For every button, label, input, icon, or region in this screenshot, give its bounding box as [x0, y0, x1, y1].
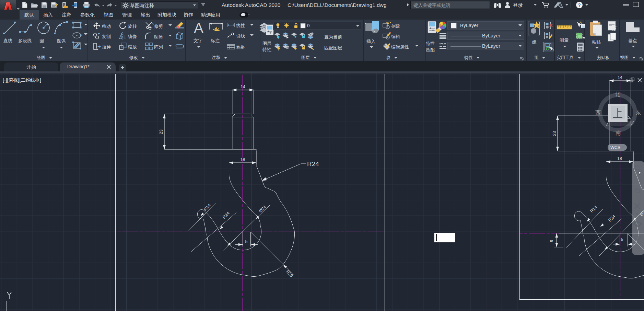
- svg-text:西: 西: [595, 110, 601, 116]
- svg-text:WCS: WCS: [610, 145, 620, 150]
- svg-text:北: 北: [615, 91, 620, 97]
- svg-text:R24: R24: [307, 160, 319, 168]
- svg-text:14: 14: [618, 75, 622, 80]
- svg-text:18: 18: [241, 157, 245, 162]
- svg-text:A: A: [194, 21, 203, 35]
- svg-text:[-][俯视][二维线框]: [-][俯视][二维线框]: [3, 77, 41, 83]
- svg-text:23: 23: [159, 129, 164, 134]
- svg-text:5: 5: [621, 237, 623, 242]
- svg-text:?: ?: [578, 2, 581, 8]
- svg-text:23: 23: [552, 131, 557, 136]
- svg-text:18: 18: [617, 156, 622, 161]
- svg-text:东: 东: [635, 110, 641, 116]
- svg-text:南: 南: [616, 130, 621, 136]
- svg-text:14: 14: [241, 84, 245, 89]
- svg-text:9: 9: [549, 240, 554, 242]
- svg-text:5: 5: [245, 239, 248, 244]
